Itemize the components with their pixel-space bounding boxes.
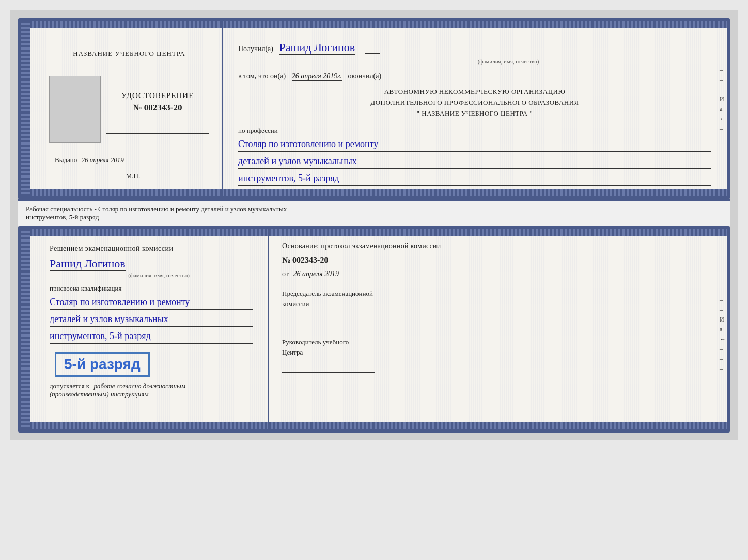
допускается-line: допускается к работе согласно должностны… xyxy=(50,382,253,390)
received-line: Получил(а) Рашид Логинов xyxy=(238,36,711,55)
vtom-date: 26 апреля 2019г. xyxy=(292,72,342,81)
document-card-1: НАЗВАНИЕ УЧЕБНОГО ЦЕНТРА УДОСТОВЕРЕНИЕ №… xyxy=(18,18,730,199)
number-value: 002343-20 xyxy=(144,103,182,113)
recipient-name: Рашид Логинов xyxy=(279,41,355,55)
specialty-text-block: Рабочая специальность - Столяр по изгото… xyxy=(18,199,730,226)
doc1-right-panel: Получил(а) Рашид Логинов (фамилия, имя, … xyxy=(223,21,727,196)
mp-line: М.П. xyxy=(52,172,214,180)
doc1-number: № 002343-20 xyxy=(106,103,209,113)
doc2-number-block: № 002343-20 xyxy=(282,255,714,265)
doc1-center-name: НАЗВАНИЕ УЧЕБНОГО ЦЕНТРА xyxy=(44,50,214,58)
specialty-underline: инструментов, 5-й разряд xyxy=(26,213,99,221)
rukovoditel-line2: Центра xyxy=(282,347,714,358)
photo-placeholder xyxy=(49,76,101,143)
ot-label: от xyxy=(282,270,289,278)
doc1-left-panel: НАЗВАНИЕ УЧЕБНОГО ЦЕНТРА УДОСТОВЕРЕНИЕ №… xyxy=(21,21,223,196)
chairman-label: Председатель экзаменационной комиссии xyxy=(282,289,714,309)
chairman-sig-line xyxy=(282,314,375,324)
specialty-main: Рабочая специальность - Столяр по изгото… xyxy=(26,205,287,213)
doc2-name: Рашид Логинов xyxy=(50,257,126,271)
page-wrapper: НАЗВАНИЕ УЧЕБНОГО ЦЕНТРА УДОСТОВЕРЕНИЕ №… xyxy=(10,10,738,440)
stripe-left-1 xyxy=(21,21,30,196)
rukovoditel-block: Руководитель учебного Центра xyxy=(282,337,714,373)
doc2-number-value: 002343-20 xyxy=(292,255,328,264)
profession-line1: Столяр по изготовлению и ремонту xyxy=(238,137,711,152)
received-label: Получил(а) xyxy=(238,45,273,53)
допускается-label: допускается к xyxy=(50,382,89,390)
udostoverenie-title: УДОСТОВЕРЕНИЕ xyxy=(106,91,209,100)
instruktsii: (производственным) инструкциям xyxy=(50,390,253,398)
stripe-left-2 xyxy=(21,229,30,429)
document-card-2: Решением экаменационной комиссии Рашид Л… xyxy=(18,226,730,433)
okonchil-label: окончил(а) xyxy=(348,72,381,80)
qual-line1: Столяр по изготовлению и ремонту xyxy=(50,295,253,310)
vtom-line: в том, что он(а) 26 апреля 2019г. окончи… xyxy=(238,72,711,81)
org-line1: АВТОНОМНУЮ НЕКОММЕРЧЕСКУЮ ОРГАНИЗАЦИЮ xyxy=(238,87,711,98)
issued-date: 26 апреля 2019 xyxy=(79,156,127,164)
side-letters-2: – – – И а ← – – – xyxy=(720,286,727,373)
doc2-left-panel: Решением экаменационной комиссии Рашид Л… xyxy=(21,229,269,429)
rukovoditel-line1: Руководитель учебного xyxy=(282,337,714,347)
rukovoditel-label: Руководитель учебного Центра xyxy=(282,337,714,357)
profession-line3: инструментов, 5-й разряд xyxy=(238,171,711,186)
org-line3: " НАЗВАНИЕ УЧЕБНОГО ЦЕНТРА " xyxy=(238,108,711,119)
qual-line3: инструментов, 5-й разряд xyxy=(50,329,253,344)
chairman-line1: Председатель экзаменационной xyxy=(282,289,714,299)
chairman-block: Председатель экзаменационной комиссии xyxy=(282,289,714,324)
grade-box: 5-й разряд xyxy=(55,352,150,377)
profession-line2: деталей и узлов музыкальных xyxy=(238,154,711,169)
ot-line: от 26 апреля 2019 xyxy=(282,270,714,278)
profession-label: по профессии xyxy=(238,126,711,135)
vtom-label: в том, что он(а) xyxy=(238,72,286,80)
osnование-text: Основание: протокол экзаменационной коми… xyxy=(282,242,714,250)
issued-label: Выдано xyxy=(55,156,77,164)
chairman-line2: комиссии xyxy=(282,299,714,309)
work-text: работе согласно должностным xyxy=(93,382,185,390)
ot-date: 26 апреля 2019 xyxy=(290,270,341,278)
org-line2: ДОПОЛНИТЕЛЬНОГО ПРОФЕССИОНАЛЬНОГО ОБРАЗО… xyxy=(238,98,711,108)
fio-label-1: (фамилия, имя, отчество) xyxy=(305,58,711,65)
org-block: АВТОНОМНУЮ НЕКОММЕРЧЕСКУЮ ОРГАНИЗАЦИЮ ДО… xyxy=(238,87,711,119)
grade-text: 5-й разряд xyxy=(64,356,141,372)
rukovoditel-sig-line xyxy=(282,362,375,373)
fio-label-2: (фамилия, имя, отчество) xyxy=(65,272,253,278)
prisvoena-label: присвоена квалификация xyxy=(50,284,253,293)
doc2-right-panel: Основание: протокол экзаменационной коми… xyxy=(269,229,727,429)
number-label: № xyxy=(133,103,142,113)
decision-text: Решением экаменационной комиссии xyxy=(50,245,253,253)
doc2-number-label: № xyxy=(282,255,290,264)
qual-line2: деталей и узлов музыкальных xyxy=(50,312,253,327)
issued-line: Выдано 26 апреля 2019 xyxy=(55,156,214,164)
side-letters-1: – – – И а ← – – – xyxy=(720,66,727,152)
